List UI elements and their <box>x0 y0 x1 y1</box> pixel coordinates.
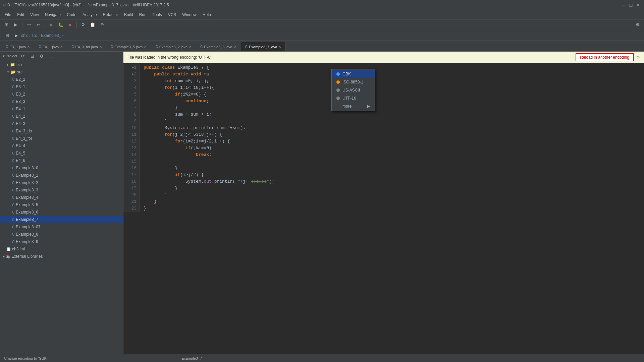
maximize-button[interactable]: □ <box>629 3 633 7</box>
dropdown-item-UTF-16[interactable]: UTF-16 <box>332 94 375 102</box>
code-line-15 <box>144 158 640 165</box>
menu-tools[interactable]: Tools <box>150 11 165 18</box>
settings-button-sidebar[interactable]: ⚙ <box>37 52 46 60</box>
code-line-17: if(i>j/2) { <box>144 172 640 178</box>
tab-icon: C <box>245 45 248 49</box>
tab-E3_1[interactable]: C E3_1.java ✕ <box>1 42 34 51</box>
tab-close-E4_1[interactable]: ✕ <box>60 45 63 49</box>
sidebar-item-E4_5[interactable]: C E4_5 <box>0 149 123 157</box>
toolbar-btn-6[interactable]: 📋 <box>88 21 97 29</box>
toolbar-btn-3[interactable]: ↩ <box>24 21 33 29</box>
dropdown-item-ISO-8859-1[interactable]: ISO-8859-1 <box>332 78 375 86</box>
menu-view[interactable]: View <box>28 11 42 18</box>
tab-label: E4_3_for.java <box>75 45 98 49</box>
sidebar-item-E4_6[interactable]: C E4_6 <box>0 157 123 164</box>
toolbar-btn-5[interactable]: ⚙ <box>79 21 88 29</box>
sidebar-item-src[interactable]: ▼ 📂 src <box>0 68 123 76</box>
tab-close-E3_1[interactable]: ✕ <box>27 45 30 49</box>
sidebar-item-Example3_8[interactable]: C Example3_8 <box>0 231 123 238</box>
breadcrumb-project[interactable]: ch3 <box>21 33 28 38</box>
toolbar-btn-7[interactable]: ⊕ <box>98 21 106 29</box>
stop-button[interactable]: ■ <box>66 21 74 29</box>
dropdown-item-GBK[interactable]: GBK <box>332 70 375 78</box>
dropdown-label-ISO: ISO-8859-1 <box>342 80 363 84</box>
toolbar-btn-2[interactable]: ▶ <box>11 21 20 29</box>
breadcrumb-src[interactable]: src <box>32 33 37 38</box>
sidebar-item-Example3_0[interactable]: C Example3_0 <box>0 164 123 172</box>
toolbar-btn-1[interactable]: ⊞ <box>2 21 11 29</box>
nav-project-icon[interactable]: ⊞ <box>3 32 11 40</box>
menu-window[interactable]: Window <box>179 11 199 18</box>
dropdown-item-more[interactable]: more ▶ <box>332 102 375 110</box>
class-icon: C <box>12 233 14 236</box>
reload-encoding-button[interactable]: Reload in another encoding <box>576 53 634 61</box>
sidebar-item-Example3_9[interactable]: C Example3_9 <box>0 238 123 245</box>
dropdown-item-US-ASCII[interactable]: US-ASCII <box>332 86 375 94</box>
sidebar-item-E3_1[interactable]: C E3_1 <box>0 83 123 90</box>
dot-iso <box>336 80 340 84</box>
code-line-10: System.out.println("sum="+sum); <box>144 125 640 131</box>
expand-button[interactable]: ↕ <box>47 52 55 60</box>
sidebar-item-E4_3[interactable]: C E4_3 <box>0 120 123 127</box>
sidebar-item-E4_2[interactable]: C E4_2 <box>0 113 123 120</box>
class-icon: C <box>12 78 14 81</box>
sync-button[interactable]: ⟳ <box>18 52 27 60</box>
line-num-18: 18 <box>126 178 137 185</box>
close-button[interactable]: ✕ <box>636 3 641 7</box>
run-button[interactable]: ▶ <box>47 21 56 29</box>
sidebar-item-Example3_07[interactable]: C Example3_07 <box>0 223 123 231</box>
sidebar-item-E3_3[interactable]: C E3_3 <box>0 98 123 105</box>
tab-close-Example3_2[interactable]: ✕ <box>189 45 192 49</box>
line-num-10: 10 <box>126 125 137 131</box>
sidebar-item-E2_2[interactable]: C E2_2 <box>0 76 123 83</box>
menu-vcs[interactable]: VCS <box>165 11 179 18</box>
sidebar-item-Example3_1[interactable]: C Example3_1 <box>0 172 123 179</box>
tab-E4_3_for[interactable]: C E4_3_for.java ✕ <box>67 42 106 51</box>
collapse-all-button[interactable]: ⊟ <box>28 52 37 60</box>
menu-file[interactable]: File <box>2 11 14 18</box>
menu-run[interactable]: Run <box>137 11 149 18</box>
toolbar-btn-4[interactable]: ↩ <box>34 21 43 29</box>
sidebar-item-Example3_2[interactable]: C Example3_2 <box>0 179 123 186</box>
code-content[interactable]: public class Example3_7 { public static … <box>140 64 644 212</box>
code-line-1: public class Example3_7 { <box>144 64 640 71</box>
tab-Example3_5[interactable]: C Example3_5.java ✕ <box>106 42 151 51</box>
debug-button[interactable]: 🐛 <box>56 21 65 29</box>
sidebar-item-E4_4[interactable]: C E4_4 <box>0 142 123 149</box>
tab-close-E4_3_for[interactable]: ✕ <box>99 45 102 49</box>
sidebar-item-Example3_6[interactable]: C Example3_6 <box>0 208 123 216</box>
line-num-1: ▶ 1 <box>126 64 137 71</box>
sidebar-item-Example3_7[interactable]: C Example3_7 <box>0 216 123 223</box>
code-line-7: } <box>144 105 640 111</box>
settings-button[interactable]: ⚙ <box>633 21 642 29</box>
sidebar-item-E4_1[interactable]: C E4_1 <box>0 105 123 113</box>
menu-navigate[interactable]: Navigate <box>42 11 63 18</box>
menu-build[interactable]: Build <box>121 11 136 18</box>
sidebar-item-E4_3_do[interactable]: C E4_3_do <box>0 127 123 135</box>
sidebar-item-Example3_5[interactable]: C Example3_5 <box>0 201 123 208</box>
editor-area[interactable]: File was loaded in the wrong encoding: '… <box>123 52 644 354</box>
breadcrumb-file[interactable]: Example3_7 <box>41 33 63 38</box>
tab-Example3_2[interactable]: C Example3_2.java ✕ <box>151 42 196 51</box>
menu-analyze[interactable]: Analyze <box>80 11 100 18</box>
sidebar-item-Example3_3[interactable]: C Example3_3 <box>0 186 123 194</box>
encoding-settings-icon[interactable]: ⚙ <box>636 55 640 60</box>
sidebar-item-E4_3_for[interactable]: C E4_3_for <box>0 135 123 142</box>
sidebar-item-external-libs[interactable]: ▶ 📚 External Libraries <box>0 253 123 260</box>
iml-icon: 📄 <box>7 247 11 251</box>
tab-Example3_7[interactable]: C Example3_7.java ✕ <box>241 42 286 51</box>
menu-refactor[interactable]: Refactor <box>100 11 121 18</box>
sidebar-item-iml[interactable]: 📄 ch3.iml <box>0 245 123 253</box>
sidebar-item-E3_2[interactable]: C E3_2 <box>0 90 123 98</box>
tab-close-Example3_5[interactable]: ✕ <box>144 45 147 49</box>
sidebar-item-Example3_4[interactable]: C Example3_4 <box>0 194 123 201</box>
minimize-button[interactable]: ─ <box>621 3 626 7</box>
tab-close-Example3_7[interactable]: ✕ <box>278 45 281 49</box>
tab-E4_1[interactable]: C E4_1.java ✕ <box>34 42 67 51</box>
sidebar-item-bin[interactable]: ▶ 📁 bin <box>0 61 123 68</box>
menu-edit[interactable]: Edit <box>14 11 27 18</box>
menu-code[interactable]: Code <box>64 11 79 18</box>
tab-close-Example3_6[interactable]: ✕ <box>234 45 236 49</box>
menu-help[interactable]: Help <box>200 11 214 18</box>
tab-Example3_6[interactable]: C Example3_6.java ✕ <box>196 42 241 51</box>
